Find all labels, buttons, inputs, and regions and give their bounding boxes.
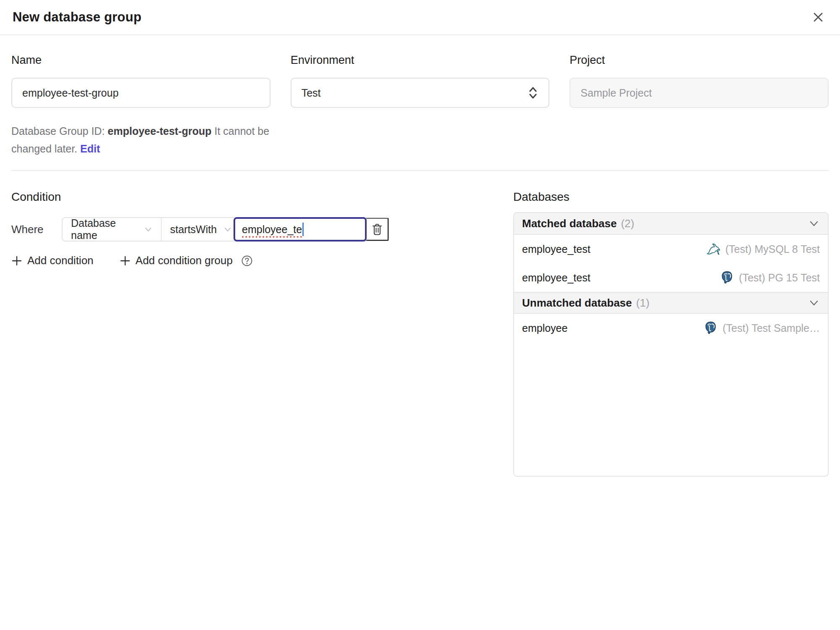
project-field-block: Project Sample Project	[570, 54, 829, 158]
engine-icon-slot	[720, 270, 734, 285]
unmatched-database-header[interactable]: Unmatched database(1)	[514, 292, 828, 314]
close-button[interactable]	[809, 8, 827, 26]
chevron-down-icon	[808, 297, 820, 309]
engine-icon-slot	[706, 242, 721, 256]
postgres-icon	[704, 321, 718, 335]
text-caret	[302, 223, 304, 236]
group-form: Name employee-test-group Database Group …	[11, 54, 829, 158]
condition-operator-value: startsWith	[170, 223, 217, 236]
database-row: employee	[514, 314, 828, 342]
condition-value-input[interactable]: employee_te	[234, 217, 367, 242]
condition-row: Where Database name startsWith	[11, 217, 494, 242]
condition-operator-select[interactable]: startsWith	[162, 218, 234, 241]
name-input[interactable]: employee-test-group	[11, 78, 270, 108]
database-instance-label: (Test) MySQL 8 Test	[725, 243, 820, 255]
condition-field-value: Database name	[71, 217, 137, 242]
plus-icon	[11, 255, 22, 266]
add-condition-button[interactable]: Add condition	[11, 254, 94, 267]
databases-section: Databases Matched database(2) employee_t…	[513, 190, 829, 477]
close-icon	[811, 10, 825, 24]
chevron-down-icon	[808, 218, 820, 229]
condition-field-select[interactable]: Database name	[63, 218, 162, 241]
delete-condition-button[interactable]	[366, 218, 388, 241]
chevron-down-icon	[144, 225, 152, 234]
trash-icon	[371, 223, 383, 236]
unmatched-database-title: Unmatched database(1)	[522, 297, 649, 310]
matched-database-count: (2)	[621, 217, 634, 230]
databases-heading: Databases	[513, 190, 829, 204]
mysql-icon	[706, 242, 721, 256]
edit-id-link[interactable]: Edit	[80, 143, 100, 155]
environment-selected-value: Test	[302, 87, 321, 99]
name-label: Name	[11, 54, 270, 67]
databases-panel: Matched database(2) employee_test	[513, 212, 829, 477]
name-input-value: employee-test-group	[22, 87, 118, 99]
environment-field-block: Environment Test	[291, 54, 550, 158]
database-name: employee	[522, 322, 567, 334]
header-section-divider	[11, 170, 829, 171]
add-condition-group-button[interactable]: Add condition group	[120, 254, 233, 267]
unmatched-database-count: (1)	[636, 297, 650, 309]
environment-label: Environment	[291, 54, 550, 67]
dialog-header: New database group	[0, 0, 840, 35]
database-name: employee_test	[522, 272, 591, 284]
database-instance-label: (Test) PG 15 Test	[739, 272, 820, 284]
database-instance: (Test) MySQL 8 Test	[706, 242, 820, 256]
group-id-note-prefix: Database Group ID:	[11, 125, 108, 137]
environment-select[interactable]: Test	[291, 78, 550, 108]
database-instance-label: (Test) Test Sample…	[722, 322, 820, 334]
project-label: Project	[570, 54, 829, 67]
group-id-note: Database Group ID: employee-test-group I…	[11, 122, 270, 158]
matched-database-header[interactable]: Matched database(2)	[514, 213, 828, 235]
matched-database-label: Matched database	[522, 217, 617, 230]
condition-section: Condition Where Database name startsWith	[11, 190, 494, 267]
postgres-icon	[720, 270, 734, 285]
database-name: employee_test	[522, 243, 591, 255]
project-input[interactable]: Sample Project	[570, 78, 829, 108]
unmatched-database-label: Unmatched database	[522, 297, 632, 309]
where-label: Where	[11, 223, 62, 236]
name-field-block: Name employee-test-group Database Group …	[11, 54, 270, 158]
dialog-title: New database group	[13, 10, 142, 25]
help-tooltip-trigger[interactable]	[241, 255, 253, 267]
matched-database-title: Matched database(2)	[522, 217, 634, 230]
chevron-up-down-icon	[528, 86, 538, 100]
group-id-value: employee-test-group	[108, 125, 211, 137]
add-condition-group-label: Add condition group	[136, 254, 233, 267]
chevron-down-icon	[223, 225, 232, 234]
condition-heading: Condition	[11, 190, 494, 204]
condition-value-text: employee_te	[242, 223, 302, 236]
condition-actions: Add condition Add condition group	[11, 254, 494, 267]
database-instance: (Test) PG 15 Test	[720, 270, 820, 285]
engine-icon-slot	[704, 321, 718, 335]
database-row: employee_test	[514, 263, 828, 292]
add-condition-label: Add condition	[27, 254, 94, 267]
plus-icon	[120, 255, 131, 266]
question-mark-icon	[241, 255, 253, 267]
condition-expression-group: Database name startsWith employee_te	[62, 217, 389, 242]
project-input-value: Sample Project	[580, 87, 652, 99]
database-instance: (Test) Test Sample…	[704, 321, 820, 335]
database-row: employee_test	[514, 235, 828, 263]
